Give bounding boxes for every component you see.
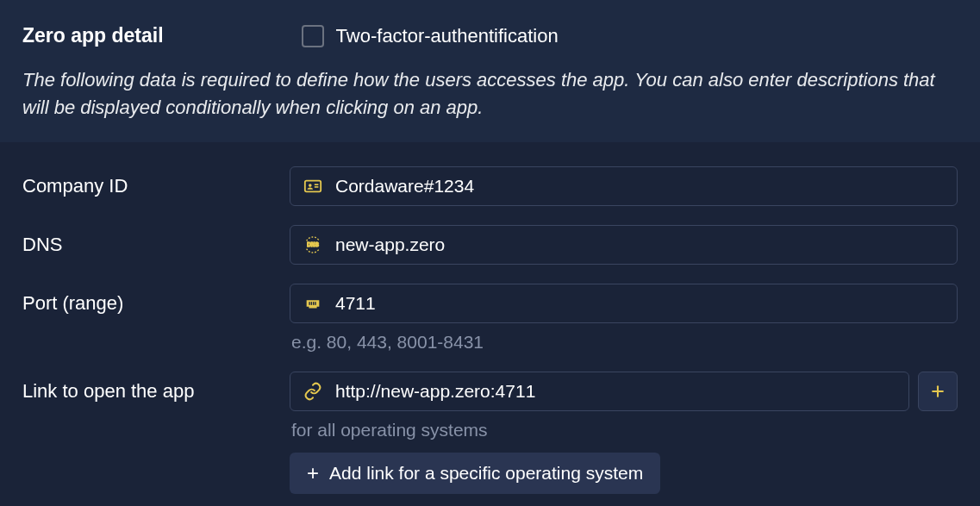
company-id-control: [290, 166, 958, 206]
svg-rect-0: [305, 180, 321, 191]
add-specific-os-link-button[interactable]: + Add link for a specific operating syst…: [290, 453, 660, 494]
ethernet-icon: [303, 293, 323, 314]
add-specific-os-label: Add link for a specific operating system: [329, 463, 643, 484]
dns-row: DNS DNS: [22, 225, 958, 265]
port-label: Port (range): [22, 284, 290, 315]
link-input[interactable]: [335, 381, 896, 402]
link-input-group: [290, 372, 958, 411]
svg-rect-6: [311, 302, 312, 305]
header-section: Zero app detail Two-factor-authentificat…: [0, 0, 980, 142]
svg-text:DNS: DNS: [307, 241, 319, 247]
port-helper: e.g. 80, 443, 8001-8431: [290, 332, 958, 353]
twofa-label: Two-factor-authentification: [336, 25, 559, 47]
svg-rect-7: [313, 302, 314, 305]
dns-icon: DNS: [303, 234, 323, 255]
company-id-row: Company ID: [22, 166, 958, 206]
form-section: Company ID DNS: [0, 142, 980, 506]
link-label: Link to open the app: [22, 372, 290, 403]
svg-rect-8: [315, 302, 315, 305]
link-control: for all operating systems + Add link for…: [290, 372, 958, 494]
port-row: Port (range) e.g. 80, 443, 8001-8431: [22, 284, 958, 353]
port-control: e.g. 80, 443, 8001-8431: [290, 284, 958, 353]
section-description: The following data is required to define…: [22, 66, 958, 122]
dns-label: DNS: [22, 225, 290, 256]
link-helper: for all operating systems: [290, 420, 958, 440]
id-card-icon: [303, 176, 323, 197]
port-input[interactable]: [335, 293, 945, 314]
port-input-box[interactable]: [290, 284, 958, 323]
add-link-button[interactable]: [918, 372, 958, 411]
link-icon: [303, 381, 323, 402]
dns-input[interactable]: [335, 234, 945, 255]
twofa-checkbox[interactable]: [302, 25, 324, 47]
header-row: Zero app detail Two-factor-authentificat…: [22, 24, 958, 47]
twofa-checkbox-group: Two-factor-authentification: [302, 25, 559, 47]
company-id-input[interactable]: [335, 176, 945, 197]
dns-input-box[interactable]: DNS: [290, 225, 958, 265]
company-id-input-box[interactable]: [290, 166, 958, 206]
dns-control: DNS: [290, 225, 958, 265]
plus-icon: +: [307, 461, 319, 485]
company-id-label: Company ID: [22, 166, 290, 197]
svg-point-1: [309, 184, 312, 187]
link-row: Link to open the app: [22, 372, 958, 494]
svg-rect-5: [309, 302, 309, 305]
link-input-box[interactable]: [290, 372, 909, 411]
section-title: Zero app detail: [22, 24, 164, 47]
